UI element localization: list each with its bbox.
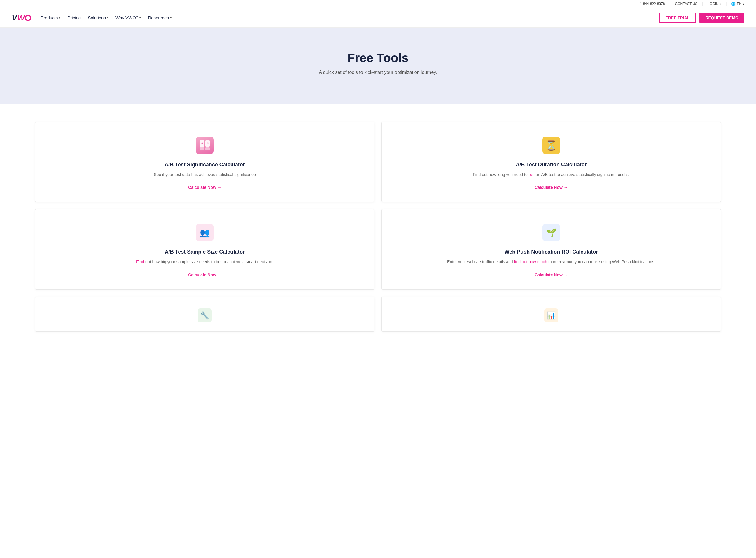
- chevron-down-icon: ▾: [107, 16, 108, 19]
- ab-sample-size-icon: 👥: [195, 223, 214, 242]
- card-title-ab-significance: A/B Test Significance Calculator: [47, 162, 362, 168]
- top-bar: +1 844-822-8378 | CONTACT US | LOGIN ▾ |…: [0, 0, 756, 8]
- ab-significance-icon: A B: [195, 136, 214, 155]
- separator-2: |: [702, 2, 703, 6]
- phone-number: +1 844-822-8378: [638, 2, 665, 6]
- hero-subtitle: A quick set of tools to kick-start your …: [305, 70, 451, 75]
- separator-1: |: [669, 2, 670, 6]
- vwo-logo[interactable]: V W: [12, 13, 31, 23]
- chevron-down-icon: ▾: [170, 16, 171, 19]
- card-partial-left: 🔧: [35, 297, 375, 332]
- globe-icon: 🌐: [731, 2, 736, 6]
- card-ab-duration: ⏳ A/B Test Duration Calculator Find out …: [381, 122, 721, 202]
- free-trial-button[interactable]: FREE TRIAL: [659, 12, 696, 23]
- nav-solutions[interactable]: Solutions ▾: [88, 15, 108, 20]
- navbar: V W Products ▾ Pricing Solutions ▾ Why V…: [0, 8, 756, 28]
- chevron-down-icon: ▾: [139, 16, 141, 19]
- contact-us-link[interactable]: CONTACT US: [675, 2, 697, 6]
- ab-duration-icon: ⏳: [542, 136, 561, 155]
- card-desc-ab-significance: See if your test data has achieved stati…: [47, 171, 362, 178]
- card-ab-significance: A B A/B Test Significance Calculator See…: [35, 122, 375, 202]
- nav-resources[interactable]: Resources ▾: [148, 15, 171, 20]
- nav-left: V W Products ▾ Pricing Solutions ▾ Why V…: [12, 13, 171, 23]
- nav-products[interactable]: Products ▾: [40, 15, 60, 20]
- login-link[interactable]: LOGIN ▾: [708, 2, 721, 6]
- nav-pricing[interactable]: Pricing: [68, 15, 81, 20]
- card-desc-ab-sample-size: Find out how big your sample size needs …: [47, 259, 362, 265]
- card-title-web-push-roi: Web Push Notification ROI Calculator: [394, 249, 709, 255]
- card-partial-right: 📊: [381, 297, 721, 332]
- cards-section: A B A/B Test Significance Calculator See…: [0, 104, 756, 349]
- card-title-ab-sample-size: A/B Test Sample Size Calculator: [47, 249, 362, 255]
- find-out-link[interactable]: find out how much: [514, 259, 547, 264]
- card-desc-ab-duration: Find out how long you need to run an A/B…: [394, 171, 709, 178]
- request-demo-button[interactable]: REQUEST DEMO: [699, 12, 744, 23]
- web-push-roi-icon: 🌱: [542, 223, 561, 242]
- separator-3: |: [726, 2, 727, 6]
- card-title-ab-duration: A/B Test Duration Calculator: [394, 162, 709, 168]
- language-selector[interactable]: 🌐 EN ▾: [731, 2, 744, 6]
- card-ab-sample-size: 👥 A/B Test Sample Size Calculator Find o…: [35, 209, 375, 289]
- nav-right: FREE TRIAL REQUEST DEMO: [659, 12, 744, 23]
- hero-section: Free Tools A quick set of tools to kick-…: [0, 28, 756, 104]
- card-cta-ab-duration[interactable]: Calculate Now →: [535, 185, 568, 190]
- nav-items: Products ▾ Pricing Solutions ▾ Why VWO? …: [40, 15, 171, 20]
- card-desc-web-push-roi: Enter your website traffic details and f…: [394, 259, 709, 265]
- chevron-down-icon: ▾: [59, 16, 60, 19]
- nav-why-vwo[interactable]: Why VWO? ▾: [115, 15, 141, 20]
- find-link[interactable]: Find: [136, 259, 144, 264]
- bottom-cards-grid: 🔧 📊: [35, 297, 721, 332]
- card-cta-ab-sample-size[interactable]: Calculate Now →: [188, 273, 221, 277]
- card-cta-web-push-roi[interactable]: Calculate Now →: [535, 273, 568, 277]
- cards-grid: A B A/B Test Significance Calculator See…: [35, 122, 721, 289]
- run-link[interactable]: run: [529, 172, 535, 177]
- card-web-push-roi: 🌱 Web Push Notification ROI Calculator E…: [381, 209, 721, 289]
- card-cta-ab-significance[interactable]: Calculate Now →: [188, 185, 221, 190]
- hero-title: Free Tools: [12, 51, 744, 65]
